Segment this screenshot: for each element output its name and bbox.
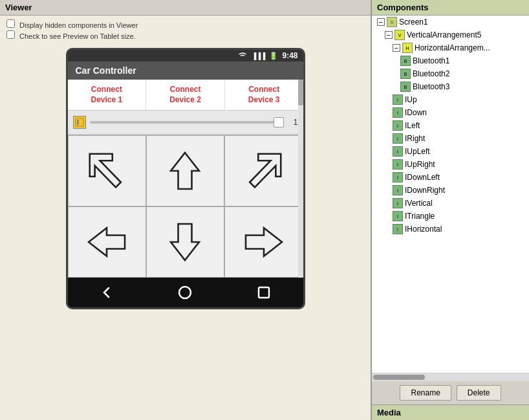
tree-item-idown[interactable]: I IDown	[372, 106, 529, 119]
nav-recent-btn[interactable]	[254, 283, 274, 302]
arrows-grid	[68, 135, 303, 278]
ivertical-label: IVertical	[405, 199, 433, 208]
viewer-scroll[interactable]	[298, 80, 303, 278]
option1-checkbox[interactable]	[6, 19, 15, 28]
tree-item-idownleft[interactable]: I IDownLeft	[372, 171, 529, 184]
media-header: Media	[372, 404, 529, 420]
option2-text: Check to see Preview on Tablet size.	[19, 32, 136, 40]
arrow-right-btn[interactable]	[224, 206, 303, 278]
tree-item-idownright[interactable]: I IDownRight	[372, 184, 529, 197]
time-display: 9:48	[282, 51, 297, 60]
rename-button[interactable]: Rename	[400, 385, 451, 401]
bluetooth2-icon: B	[400, 69, 411, 79]
delete-button[interactable]: Delete	[457, 385, 501, 401]
tree-item-horizontal[interactable]: − H HorizontalArrangem...	[372, 41, 529, 54]
viewer-panel: Viewer Display hidden components in View…	[0, 0, 372, 420]
iupright-icon: I	[393, 159, 403, 170]
arrow-up-right-btn[interactable]	[224, 135, 303, 206]
slider-icon	[73, 116, 86, 129]
signal-icon: ▐▐▐	[252, 52, 265, 60]
screen-icon: S	[387, 17, 397, 27]
idownleft-icon: I	[393, 172, 403, 182]
idownright-icon: I	[393, 185, 403, 195]
idown-icon: I	[393, 107, 403, 118]
tree-item-ivertical[interactable]: I IVertical	[372, 197, 529, 210]
option2-label[interactable]: Check to see Preview on Tablet size.	[6, 30, 364, 40]
collapse-screen1[interactable]: −	[377, 18, 385, 26]
arrow-up-btn[interactable]	[146, 135, 224, 206]
iupleft-icon: I	[393, 146, 403, 157]
components-header: Components	[372, 0, 529, 16]
collapse-horizontal[interactable]: −	[393, 44, 400, 52]
connect-device-1-btn[interactable]: ConnectDevice 1	[68, 80, 147, 110]
bluetooth3-icon: B	[400, 82, 411, 92]
phone-title-bar: Car Controller	[68, 61, 303, 80]
bluetooth3-label: Bluetooth3	[413, 82, 449, 91]
viewer-header: Viewer	[0, 0, 371, 16]
arrow-up-left-btn[interactable]	[68, 135, 146, 206]
idownleft-label: IDownLeft	[405, 173, 440, 182]
svg-marker-7	[246, 228, 282, 256]
components-scrollbar[interactable]	[372, 373, 529, 381]
tree-item-screen1[interactable]: − S Screen1	[372, 16, 529, 28]
phone-status-bar: ▐▐▐ 🔋 9:48	[68, 50, 303, 61]
viewer-title: Viewer	[5, 3, 32, 12]
svg-marker-4	[250, 154, 281, 188]
phone-nav-bar	[68, 278, 303, 307]
iright-icon: I	[393, 133, 403, 144]
bluetooth1-icon: B	[400, 56, 411, 66]
tree-item-vertical5[interactable]: − V VerticalArrangement5	[372, 28, 529, 41]
bluetooth2-label: Bluetooth2	[413, 69, 449, 78]
vertical5-label: VerticalArrangement5	[407, 30, 481, 39]
slider-value: 1	[288, 118, 298, 127]
ihorizontal-icon: I	[393, 224, 403, 234]
iright-label: IRight	[405, 134, 425, 143]
vertical-layout-icon: V	[394, 30, 405, 40]
tree-item-bluetooth2[interactable]: B Bluetooth2	[372, 67, 529, 80]
svg-marker-5	[89, 228, 125, 256]
components-panel: Components − S Screen1 − V VerticalArran…	[372, 0, 529, 420]
arrow-left-btn[interactable]	[68, 206, 146, 278]
phone-content: ConnectDevice 1 ConnectDevice 2 ConnectD…	[68, 80, 303, 278]
phone-mockup: ▐▐▐ 🔋 9:48 Car Controller ConnectDevice …	[66, 48, 305, 309]
tree-item-bluetooth1[interactable]: B Bluetooth1	[372, 54, 529, 67]
ihorizontal-label: IHorizontal	[405, 225, 442, 234]
connect-device-3-btn[interactable]: ConnectDevice 3	[225, 80, 303, 110]
media-title: Media	[377, 408, 401, 417]
option1-text: Display hidden components in Viewer	[19, 21, 138, 29]
nav-back-btn[interactable]	[97, 283, 116, 302]
components-tree[interactable]: − S Screen1 − V VerticalArrangement5 − H…	[372, 16, 529, 373]
svg-rect-0	[76, 118, 83, 126]
iup-icon: I	[393, 94, 403, 105]
viewer-options: Display hidden components in Viewer Chec…	[0, 16, 371, 45]
tree-item-iupright[interactable]: I IUpRight	[372, 158, 529, 171]
tree-item-iright[interactable]: I IRight	[372, 132, 529, 145]
slider-thumb[interactable]	[274, 117, 284, 127]
tree-item-ileft[interactable]: I ILeft	[372, 119, 529, 132]
collapse-vertical5[interactable]: −	[385, 31, 393, 39]
svg-marker-3	[171, 153, 200, 189]
viewer-scroll-thumb[interactable]	[298, 80, 303, 105]
iupright-label: IUpRight	[405, 160, 435, 169]
ileft-icon: I	[393, 120, 403, 131]
components-title: Components	[377, 3, 428, 12]
tree-item-iupleft[interactable]: I IUpLeft	[372, 145, 529, 158]
svg-marker-2	[90, 154, 121, 188]
tree-item-bluetooth3[interactable]: B Bluetooth3	[372, 80, 529, 93]
arrow-down-btn[interactable]	[146, 206, 224, 278]
slider-row: 1	[68, 111, 303, 135]
option2-checkbox[interactable]	[6, 30, 15, 39]
wifi-icon	[237, 51, 248, 60]
nav-home-btn[interactable]	[175, 283, 195, 302]
itriangle-label: ITriangle	[405, 212, 435, 221]
option1-label[interactable]: Display hidden components in Viewer	[6, 19, 364, 29]
battery-icon: 🔋	[269, 52, 278, 60]
components-hscroll-thumb[interactable]	[373, 375, 425, 380]
tree-item-ihorizontal[interactable]: I IHorizontal	[372, 223, 529, 236]
svg-rect-9	[259, 287, 269, 298]
connect-device-2-btn[interactable]: ConnectDevice 2	[146, 80, 225, 110]
tree-item-iup[interactable]: I IUp	[372, 93, 529, 106]
slider-track[interactable]	[90, 121, 284, 124]
tree-item-itriangle[interactable]: I ITriangle	[372, 210, 529, 223]
bluetooth1-label: Bluetooth1	[413, 56, 449, 65]
